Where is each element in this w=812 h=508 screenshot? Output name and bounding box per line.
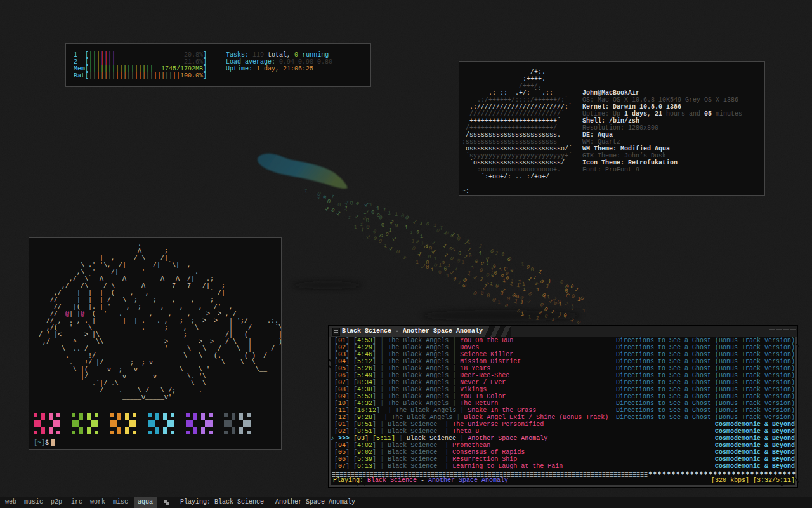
svg-text:0: 0 [381, 222, 385, 229]
svg-text:1: 1 [461, 259, 465, 265]
svg-text:1: 1 [479, 251, 483, 257]
svg-text:0: 0 [426, 264, 429, 271]
svg-text:): ) [571, 304, 575, 311]
svg-text:1: 1 [433, 222, 436, 228]
svg-text:1: 1 [582, 308, 586, 314]
svg-text:): ) [421, 240, 424, 246]
svg-text:0: 0 [458, 250, 462, 256]
svg-text:1: 1 [438, 262, 442, 269]
svg-text:0: 0 [438, 269, 442, 275]
svg-text:1: 1 [434, 256, 438, 262]
svg-text:1: 1 [547, 294, 550, 300]
svg-text:1: 1 [354, 224, 357, 230]
svg-text:0: 0 [337, 202, 341, 208]
svg-text:1: 1 [497, 299, 501, 305]
svg-text:1: 1 [471, 265, 475, 271]
svg-text:1: 1 [376, 206, 379, 212]
svg-text:1: 1 [395, 211, 398, 218]
svg-text:1: 1 [420, 234, 424, 240]
svg-text:1: 1 [369, 202, 373, 208]
svg-text:1: 1 [467, 239, 471, 245]
svg-text:0: 0 [487, 293, 490, 299]
svg-text:0: 0 [371, 210, 375, 216]
svg-text:1: 1 [404, 225, 408, 231]
svg-text:0: 0 [366, 224, 370, 231]
svg-text:1: 1 [416, 259, 419, 265]
svg-text:1: 1 [536, 287, 540, 293]
svg-text:): ) [547, 278, 551, 285]
